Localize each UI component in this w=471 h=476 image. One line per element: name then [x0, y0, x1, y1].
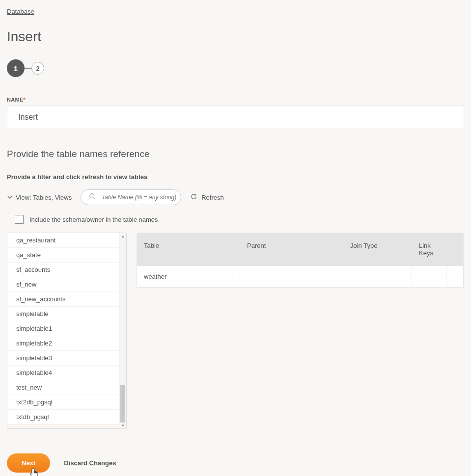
- svg-line-1: [94, 198, 96, 200]
- list-item[interactable]: txt2db_pgsql: [7, 395, 126, 410]
- breadcrumb-database[interactable]: Database: [7, 8, 34, 15]
- scroll-up-icon[interactable]: ▴: [119, 233, 127, 239]
- svg-point-0: [90, 194, 94, 198]
- include-schema-checkbox[interactable]: [15, 215, 24, 224]
- include-schema-label: Include the schema/owner in the table na…: [29, 216, 158, 223]
- chevron-down-icon: [7, 194, 13, 200]
- view-toggle[interactable]: View: Tables, Views: [7, 194, 72, 201]
- list-item[interactable]: simpletable2: [7, 336, 126, 351]
- next-button[interactable]: Next: [7, 453, 50, 473]
- refresh-label: Refresh: [201, 194, 224, 201]
- table-header: Parent: [240, 233, 343, 266]
- refresh-button[interactable]: Refresh: [190, 193, 224, 202]
- scroll-thumb[interactable]: [120, 385, 125, 423]
- table-search-container: [81, 189, 181, 205]
- view-toggle-label: View: Tables, Views: [16, 194, 72, 201]
- step-1[interactable]: 1: [7, 59, 25, 77]
- refresh-icon: [190, 193, 197, 202]
- list-item[interactable]: sf_new: [7, 277, 126, 292]
- table-cell: [412, 266, 446, 288]
- table-header: Join Type: [343, 233, 412, 266]
- list-item[interactable]: sf_new_accounts: [7, 292, 126, 307]
- table-header: [446, 233, 464, 266]
- list-item[interactable]: simpletable3: [7, 351, 126, 366]
- page-title: Insert: [7, 29, 464, 45]
- list-item[interactable]: weather: [7, 424, 126, 428]
- step-2[interactable]: 2: [31, 62, 44, 75]
- list-item[interactable]: simpletable: [7, 307, 126, 321]
- scroll-down-icon[interactable]: ▾: [119, 423, 127, 428]
- target-table: TableParentJoin TypeLink Keysweather: [137, 233, 464, 288]
- table-search-input[interactable]: [101, 193, 177, 201]
- table-cell: weather: [137, 266, 240, 288]
- name-label: NAME*: [7, 97, 464, 103]
- list-item[interactable]: txtdb_pgsql: [7, 410, 126, 424]
- section-subheader: Provide a filter and click refresh to vi…: [7, 173, 464, 181]
- step-connector: [25, 68, 31, 69]
- name-input[interactable]: [7, 106, 464, 129]
- table-header: Table: [137, 233, 240, 266]
- table-header: Link Keys: [412, 233, 446, 266]
- list-item[interactable]: qa_state: [7, 248, 126, 263]
- list-item[interactable]: simpletable4: [7, 366, 126, 380]
- source-table-list[interactable]: qa_restaurantqa_statesf_accountssf_newsf…: [7, 233, 127, 429]
- wizard-stepper: 1 2: [7, 59, 464, 77]
- list-item[interactable]: test_new: [7, 380, 126, 395]
- list-item[interactable]: simpletable1: [7, 321, 126, 336]
- table-cell: [240, 266, 343, 288]
- table-cell: [446, 266, 464, 288]
- table-cell: [343, 266, 412, 288]
- section-header: Provide the table names reference: [7, 149, 464, 159]
- list-item[interactable]: sf_accounts: [7, 263, 126, 277]
- search-icon: [89, 193, 96, 202]
- scrollbar[interactable]: ▴ ▾: [119, 233, 126, 428]
- list-item[interactable]: qa_restaurant: [7, 233, 126, 248]
- discard-changes-link[interactable]: Discard Changes: [64, 459, 116, 467]
